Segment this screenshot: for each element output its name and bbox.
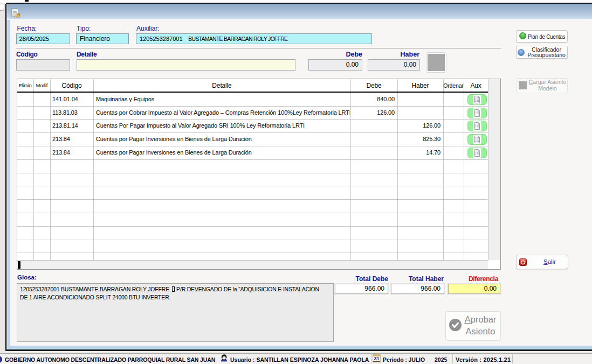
svg-text:31: 31 <box>374 356 379 361</box>
